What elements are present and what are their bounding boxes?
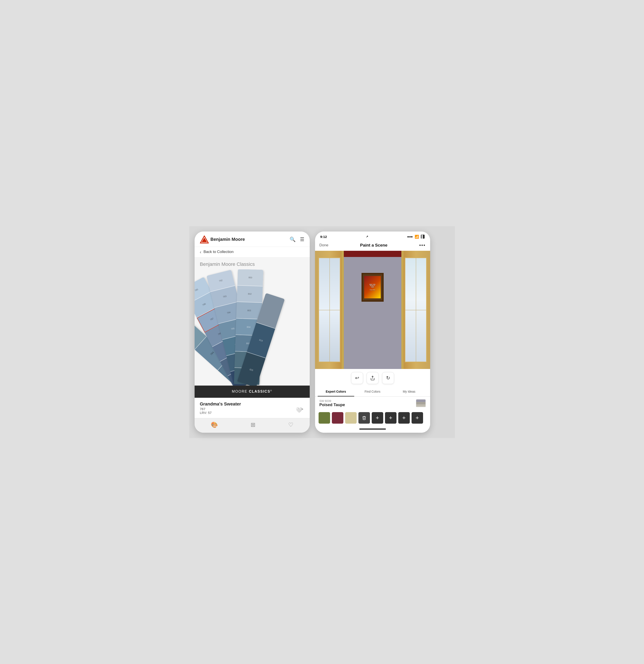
- wood-frame-right: [401, 251, 430, 369]
- wifi-icon: 📶: [415, 235, 419, 239]
- door-frame-left: [341, 251, 344, 369]
- moore-classics-label: MOORE CLASSICS®: [194, 386, 310, 397]
- back-arrow-icon[interactable]: ‹: [200, 249, 202, 254]
- scene-title: Paint a Scene: [360, 243, 388, 248]
- color-swatch-preview[interactable]: [416, 399, 426, 407]
- window-right: [405, 257, 427, 362]
- delete-swatch-button[interactable]: [358, 412, 370, 423]
- color-palette-row: + + + +: [315, 410, 430, 427]
- swatch-bot: [416, 404, 425, 407]
- right-nav-bar: Done Paint a Scene •••: [315, 240, 430, 251]
- signal-icon: ●●●: [407, 235, 413, 238]
- color-name: Grandma's Sweater: [200, 401, 305, 407]
- picture-frame: NEW YORKWORLD'SFAIR Empire State: [361, 273, 383, 302]
- left-header: Benjamin Moore 🔍 ☰: [194, 231, 310, 247]
- bottom-tabs: 🎨 ⊞ ♡: [194, 418, 310, 433]
- current-color-bar: SW 6039 Poised Taupe: [315, 397, 430, 410]
- classics-bold: CLASSICS: [249, 390, 270, 394]
- swatch-mid: [416, 402, 425, 404]
- right-phone: 9:12 ↗ ●●● 📶 ▌ Done Paint a Scene •••: [315, 231, 430, 433]
- palette-swatch-olive[interactable]: [318, 412, 330, 423]
- color-info-bar: Grandma's Sweater 787 LRV: 57 🤍+: [194, 398, 310, 418]
- swatch-top: [416, 399, 425, 402]
- logo-text: Benjamin Moore: [210, 237, 245, 242]
- picture-inner: NEW YORKWORLD'SFAIR Empire State: [364, 276, 381, 298]
- color-name-main: Poised Taupe: [319, 402, 345, 407]
- wood-frame-left: [315, 251, 344, 369]
- color-number: 787: [200, 407, 305, 411]
- undo-button[interactable]: ↩: [351, 372, 363, 384]
- status-bar: 9:12 ↗ ●●● 📶 ▌: [315, 231, 430, 240]
- color-tabs: Expert Colors Find Colors My Ideas: [315, 387, 430, 397]
- color-info: SW 6039 Poised Taupe: [319, 399, 345, 407]
- home-bar: [359, 429, 386, 430]
- nav-title: Back to Collection: [204, 250, 233, 254]
- tab-my-ideas[interactable]: My Ideas: [391, 387, 427, 396]
- swatch-segment[interactable]: 800: [237, 269, 264, 286]
- favorites-tab-icon[interactable]: ♡: [288, 421, 293, 428]
- refresh-button[interactable]: ↻: [382, 372, 394, 384]
- door-frame-right: [401, 251, 403, 369]
- add-to-favorites-icon[interactable]: 🤍+: [296, 407, 304, 413]
- left-phone: Benjamin Moore 🔍 ☰ ‹ Back to Collection …: [194, 231, 310, 433]
- more-options-button[interactable]: •••: [419, 242, 425, 248]
- scene-image[interactable]: NEW YORKWORLD'SFAIR Empire State: [315, 251, 430, 369]
- bm-logo-icon: [200, 235, 209, 244]
- menu-icon[interactable]: ☰: [300, 236, 305, 242]
- main-wall: [341, 251, 403, 369]
- color-lrv: LRV: 57: [200, 411, 305, 415]
- palette-swatch-cream[interactable]: [345, 412, 357, 423]
- nav-bar: ‹ Back to Collection: [194, 247, 310, 257]
- done-button[interactable]: Done: [319, 243, 329, 247]
- picture-text: NEW YORKWORLD'SFAIR Empire State: [370, 284, 375, 291]
- location-icon: ↗: [366, 235, 368, 238]
- action-bar: ↩ ↻: [315, 369, 430, 387]
- sw-number: SW 6039: [319, 399, 345, 402]
- fan-tab-icon[interactable]: 🎨: [211, 421, 218, 428]
- fan-container: 783 784 777 785 786 787 788 789 790 791: [194, 269, 302, 385]
- search-icon[interactable]: 🔍: [290, 236, 295, 242]
- palette-swatch-burgundy[interactable]: [332, 412, 344, 423]
- add-color-button-4[interactable]: +: [412, 412, 423, 423]
- fan-area: 783 784 777 785 786 787 788 789 790 791: [194, 269, 310, 398]
- share-button[interactable]: [367, 372, 378, 384]
- add-color-button-3[interactable]: +: [398, 412, 410, 423]
- window-left: [318, 257, 340, 362]
- status-time: 9:12: [320, 235, 327, 238]
- add-color-button-2[interactable]: +: [385, 412, 396, 423]
- battery-icon: ▌: [421, 235, 425, 238]
- home-indicator-bar: [315, 427, 430, 433]
- add-color-button-1[interactable]: +: [372, 412, 383, 423]
- red-top-accent: [341, 251, 403, 257]
- status-indicators: ●●● 📶 ▌: [407, 235, 424, 239]
- collection-title: Benjamin Moore Classics: [194, 257, 310, 269]
- tab-find-colors[interactable]: Find Colors: [354, 387, 391, 396]
- logo: Benjamin Moore: [200, 235, 245, 244]
- swatch-segment[interactable]: 802: [237, 285, 263, 303]
- header-icons: 🔍 ☰: [290, 236, 305, 242]
- grid-tab-icon[interactable]: ⊞: [251, 421, 255, 428]
- tab-expert-colors[interactable]: Expert Colors: [318, 387, 354, 396]
